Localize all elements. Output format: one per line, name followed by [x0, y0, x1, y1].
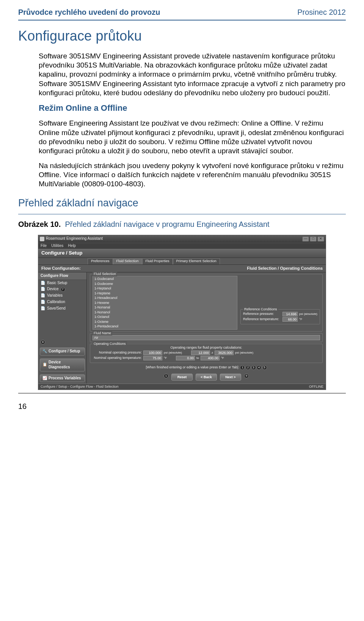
fluid-list-item[interactable]: 1-Dodecanol: [94, 277, 235, 282]
callout-badge-btn-9: 9: [244, 374, 249, 378]
op-pressure-unit: psi (absolute): [164, 351, 182, 355]
fluid-selection-label: Fluid Selection: [93, 272, 117, 277]
sidebar-item-label: Variables: [47, 293, 63, 298]
op-temp-unit: °F: [164, 356, 167, 360]
fluid-list-item[interactable]: 1-Nonanol: [94, 310, 235, 315]
section-heading: Přehled základní navigace: [18, 197, 346, 210]
tab-fluid-properties[interactable]: Fluid Properties: [142, 258, 173, 264]
fluid-list-item[interactable]: 1-Pentadecanol: [94, 324, 235, 329]
sidebar-item-calibration[interactable]: 📄 Calibration: [38, 299, 86, 305]
callout-badge-5: 5: [262, 365, 267, 370]
ref-temp-input[interactable]: 68.00: [282, 317, 298, 322]
subheading-rezim: Režim Online a Offline: [39, 103, 346, 113]
op-pressure-to: z: [212, 351, 213, 355]
status-right: OFFLINE: [309, 385, 323, 389]
fluid-list-item[interactable]: 1-Octene: [94, 319, 235, 324]
section-rule: [18, 214, 346, 214]
ref-pressure-input[interactable]: 14.696: [282, 312, 298, 316]
nav-button-label: Device Diagnostics: [49, 360, 82, 370]
sidebar-item-basic-setup[interactable]: 📄 Basic Setup: [38, 280, 86, 286]
operating-conditions-subtitle: Operating ranges for fluid property calc…: [93, 346, 320, 350]
app-window: Rosemount Engineering Assistant — □ ✕ Fi…: [38, 235, 326, 390]
op-temp-row: Nominal operating temperature: 75.00 °F …: [93, 356, 320, 360]
minimize-button[interactable]: —: [302, 236, 309, 242]
device-icon: 📄: [41, 287, 45, 292]
page-icon: 📄: [41, 294, 45, 298]
fluid-listbox[interactable]: 1-Dodecanol1-Dodecene1-Heptanol1-Heptene…: [93, 276, 237, 330]
nav-configure-setup-button[interactable]: 🔧 Configure / Setup: [40, 347, 85, 355]
paragraph-2: Software Engineering Assistant lze použí…: [39, 119, 346, 156]
sidebar-item-label: Device: [47, 287, 59, 292]
reset-button[interactable]: Reset: [171, 374, 193, 380]
fluid-name-group: Fluid Name Air: [90, 333, 323, 342]
doc-header-left: Průvodce rychlého uvedení do provozu: [18, 8, 160, 17]
sidebar-item-save-send[interactable]: 📄 Save/Send: [38, 305, 86, 312]
sidebar-item-variables[interactable]: 📄 Variables: [38, 292, 86, 299]
right-heading: Fluid Selection / Operating Conditions: [247, 266, 323, 271]
op-temp-low-input[interactable]: 0.00: [176, 356, 195, 360]
menubar: File Utilities Help: [38, 243, 326, 249]
fluid-list-item[interactable]: 1-Heptanol: [94, 286, 235, 291]
fluid-list-item[interactable]: 1-Octanol: [94, 315, 235, 320]
fluid-list-item[interactable]: 1-Hexene: [94, 300, 235, 305]
callout-badge-8: 8: [41, 340, 45, 344]
nav-button-label: Process Variables: [49, 376, 81, 381]
section-header: Configure / Setup: [38, 249, 326, 258]
hint-row: [When finished entering or editing a val…: [90, 365, 323, 370]
callout-badge-3: 3: [251, 365, 256, 370]
fluid-selection-group: Fluid Selection 1-Dodecanol1-Dodecene1-H…: [90, 274, 323, 332]
tab-primary-element[interactable]: Primary Element Selection: [173, 258, 220, 264]
figure-title: Přehled základní navigace v programu Eng…: [65, 220, 269, 228]
op-pressure-unit2: psi (absolute): [235, 351, 253, 355]
fluid-list-item[interactable]: 1-Dodecene: [94, 281, 235, 286]
figure-bottom-rule: [18, 393, 346, 393]
fluid-name-label: Fluid Name: [93, 331, 112, 336]
op-temp-to: to: [196, 356, 199, 360]
tab-preferences[interactable]: Preferences: [88, 258, 113, 264]
nav-process-variables-button[interactable]: 📈 Process Variables: [40, 374, 85, 382]
maximize-button[interactable]: □: [310, 236, 317, 242]
nav-device-diagnostics-button[interactable]: 📋 Device Diagnostics: [40, 358, 85, 371]
sidebar-section[interactable]: Configure Flow: [38, 272, 86, 280]
fluid-list-item[interactable]: 1-Pentanol: [94, 329, 235, 329]
fluid-list-item[interactable]: 1-Heptene: [94, 291, 235, 296]
page-number: 16: [18, 402, 346, 412]
tab-fluid-selection[interactable]: Fluid Selection: [113, 258, 142, 264]
reference-conditions-label: Reference Conditions: [243, 307, 278, 312]
menu-utilities[interactable]: Utilities: [51, 244, 63, 248]
back-button[interactable]: < Back: [196, 374, 217, 380]
sidebar-item-device[interactable]: 📄 Device 7: [38, 286, 86, 292]
menu-file[interactable]: File: [41, 244, 47, 248]
op-pressure-row: Nominal operating pressure: 100.000 psi …: [93, 351, 320, 355]
nav-button-label: Configure / Setup: [49, 349, 80, 354]
op-pressure-low-input[interactable]: 12.000: [191, 351, 210, 355]
callout-badge-1: 1: [240, 365, 245, 370]
next-button[interactable]: Next >: [220, 374, 241, 380]
sidebar-item-label: Save/Send: [47, 306, 66, 311]
op-pressure-nominal-input[interactable]: 100.000: [143, 351, 162, 355]
callout-badge-btn-1: 1: [164, 374, 168, 378]
ref-pressure-unit: psi (absolute): [299, 312, 317, 316]
hint-text: [When finished entering or editing a val…: [146, 365, 238, 369]
op-temp-nominal-input[interactable]: 75.00: [143, 356, 162, 360]
page-title: Konfigurace průtoku: [18, 27, 346, 45]
app-logo-icon: [40, 237, 44, 241]
op-temp-unit2: °F: [221, 356, 224, 360]
nav-button-row: 1 Reset < Back Next > 9: [90, 374, 323, 380]
callout-badge-2: 2: [246, 365, 250, 370]
fluid-list-item[interactable]: 1-Nonanal: [94, 305, 235, 310]
status-left: Configure / Setup - Configure Flow - Flu…: [41, 385, 119, 389]
op-temp-high-input[interactable]: 400.00: [201, 356, 220, 360]
op-pressure-high-input[interactable]: 3626.000: [215, 351, 234, 355]
figure-caption: Obrázek 10. Přehled základní navigace v …: [18, 220, 346, 230]
sidebar: Configure Flow 📄 Basic Setup 📄 Device 7 …: [38, 272, 87, 384]
fluid-list-item[interactable]: 1-Hexadecanol: [94, 296, 235, 301]
close-button[interactable]: ✕: [317, 236, 324, 242]
op-pressure-label: Nominal operating pressure:: [93, 351, 142, 355]
page-icon: 📄: [41, 300, 45, 304]
operating-conditions-group: Operating Conditions Operating ranges fo…: [90, 344, 323, 363]
fluid-name-input[interactable]: Air: [93, 335, 320, 340]
ref-temp-unit: °F: [299, 318, 302, 321]
tab-strip: Preferences Fluid Selection Fluid Proper…: [38, 258, 326, 265]
menu-help[interactable]: Help: [68, 244, 76, 248]
